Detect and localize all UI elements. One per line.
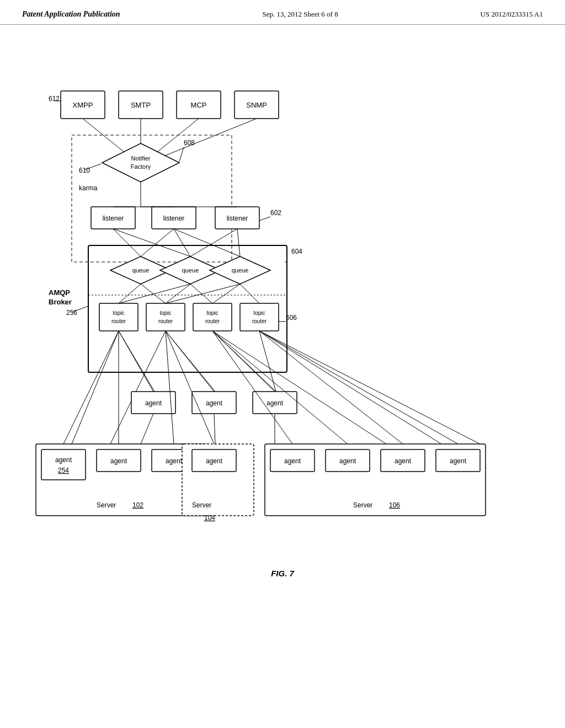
svg-text:MCP: MCP: [191, 101, 207, 109]
svg-text:agent: agent: [450, 457, 467, 465]
svg-text:XMPP: XMPP: [73, 101, 93, 109]
svg-text:Notifier: Notifier: [131, 155, 151, 162]
figure-caption: FIG. 7: [271, 569, 294, 578]
svg-rect-45: [146, 303, 185, 331]
amqp-broker-label2: Broker: [49, 298, 72, 306]
svg-line-63: [141, 284, 166, 303]
svg-line-87: [212, 331, 275, 392]
agent-s106-4-box: agent: [436, 449, 480, 472]
topic-router4-box: topic router: [240, 303, 279, 331]
karma-label: karma: [79, 184, 98, 192]
header-center: Sep. 13, 2012 Sheet 6 of 8: [262, 10, 338, 19]
agent-s106-2-box: agent: [326, 449, 370, 472]
svg-text:agent: agent: [339, 457, 356, 465]
svg-line-65: [166, 284, 190, 303]
amqp-broker-label: AMQP: [49, 288, 70, 297]
svg-text:router: router: [205, 318, 220, 324]
svg-rect-51: [240, 303, 279, 331]
svg-text:router: router: [158, 318, 173, 324]
svg-line-73: [259, 331, 276, 392]
agent-top2-box: agent: [192, 392, 236, 414]
svg-line-27: [259, 217, 270, 221]
svg-line-78: [259, 331, 480, 444]
svg-text:agent: agent: [166, 457, 183, 465]
svg-line-74: [72, 331, 119, 444]
agent-top1-box: agent: [131, 392, 175, 414]
server-106-label: Server: [353, 501, 372, 509]
ref-612: 612: [49, 95, 60, 103]
queue3-box: queue: [210, 256, 270, 284]
snmp-box: SNMP: [234, 91, 279, 119]
svg-line-86: [166, 331, 214, 392]
server-102-label: Server: [97, 501, 116, 509]
svg-line-116: [212, 331, 348, 444]
agent-254-box: agent 254: [41, 449, 86, 480]
svg-text:listener: listener: [163, 215, 185, 222]
svg-line-111: [63, 331, 119, 444]
ref-106: 106: [389, 501, 400, 509]
agent-s106-3-box: agent: [381, 449, 425, 472]
svg-text:router: router: [111, 318, 126, 324]
ref-608: 608: [184, 139, 195, 147]
ref-606: 606: [286, 314, 297, 322]
svg-line-61: [237, 229, 240, 256]
ref-604: 604: [291, 248, 302, 255]
svg-line-57: [141, 229, 174, 256]
svg-line-85: [119, 331, 153, 392]
svg-line-77: [259, 331, 441, 444]
svg-text:agent: agent: [145, 399, 162, 407]
topic-router3-box: topic router: [193, 303, 232, 331]
topic-router2-box: topic router: [146, 303, 185, 331]
svg-text:listener: listener: [103, 215, 124, 222]
svg-text:queue: queue: [132, 267, 150, 274]
ref-256: 256: [66, 309, 77, 317]
diagram-svg: XMPP SMTP MCP SNMP 612: [0, 25, 565, 687]
ref-602: 602: [270, 209, 281, 217]
mcp-box: MCP: [177, 91, 221, 119]
svg-text:topic: topic: [206, 310, 218, 316]
agent-s106-1-box: agent: [270, 449, 315, 472]
svg-text:agent: agent: [266, 399, 284, 407]
svg-line-76: [212, 331, 386, 444]
svg-marker-15: [102, 143, 179, 182]
svg-line-117: [259, 331, 403, 444]
ref-104: 104: [204, 514, 215, 522]
svg-text:254: 254: [58, 467, 69, 474]
agent-top3-box: agent: [253, 392, 297, 414]
listener2-box: listener: [152, 207, 196, 229]
svg-line-67: [166, 284, 240, 303]
xmpp-box: XMPP: [61, 91, 105, 119]
svg-rect-92: [41, 449, 86, 480]
svg-rect-48: [193, 303, 232, 331]
svg-text:listener: listener: [227, 215, 248, 222]
svg-text:agent: agent: [110, 457, 127, 465]
svg-text:queue: queue: [232, 267, 249, 274]
server-104-label: Server: [192, 501, 211, 509]
svg-text:agent: agent: [206, 457, 223, 465]
header-right: US 2012/0233315 A1: [481, 10, 543, 19]
svg-line-56: [113, 229, 190, 256]
svg-text:agent: agent: [395, 457, 412, 465]
svg-line-66: [190, 284, 212, 303]
page-header: Patent Application Publication Sep. 13, …: [0, 0, 565, 25]
agent-s104-box: agent: [192, 449, 236, 472]
svg-line-89: [214, 414, 215, 444]
agent-s102-1-box: agent: [97, 449, 141, 472]
svg-line-68: [212, 284, 240, 303]
svg-line-55: [113, 229, 141, 256]
svg-text:topic: topic: [253, 310, 265, 316]
svg-line-58: [174, 229, 190, 256]
ref-102: 102: [132, 501, 143, 509]
topic-router1-box: topic router: [99, 303, 138, 331]
svg-text:agent: agent: [55, 456, 72, 464]
notifier-factory-box: Notifier Factory: [102, 143, 179, 182]
svg-text:router: router: [252, 318, 267, 324]
svg-text:topic: topic: [113, 310, 124, 316]
svg-line-88: [141, 414, 153, 444]
ref-610: 610: [79, 167, 90, 174]
svg-text:topic: topic: [159, 310, 171, 316]
svg-text:SNMP: SNMP: [246, 101, 267, 109]
svg-text:SMTP: SMTP: [131, 101, 151, 109]
svg-text:agent: agent: [206, 399, 223, 407]
svg-text:agent: agent: [284, 457, 301, 465]
